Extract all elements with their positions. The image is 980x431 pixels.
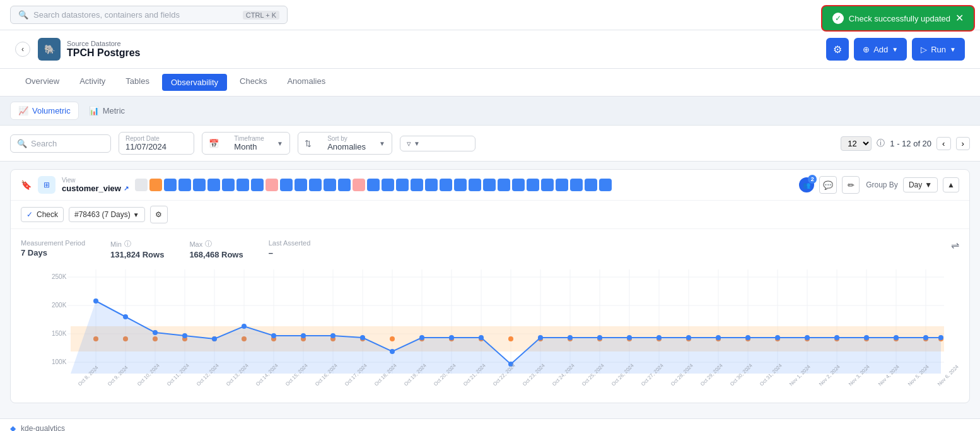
page-size-select[interactable]: 12 24 48 (841, 136, 872, 151)
search-placeholder: Search datastores, containers and fields (33, 10, 180, 20)
tab-anomalies[interactable]: Anomalies (277, 69, 335, 96)
svg-point-71 (153, 330, 158, 335)
ctrl-key: CTRL + K (243, 11, 279, 20)
check-id-caret-icon: ▼ (133, 211, 139, 218)
search-icon: 🔍 (18, 10, 28, 20)
view-label-text: View (62, 177, 129, 184)
search-input-wrap[interactable]: 🔍 Search (10, 134, 111, 153)
metric-icon: 📊 (89, 106, 99, 115)
avatar-badge: 👥 2 (799, 177, 814, 192)
last-asserted-stat: Last Asserted – (269, 239, 311, 259)
svg-point-80 (419, 335, 424, 340)
back-button[interactable]: ‹ (15, 42, 30, 57)
min-label: Min ⓘ (110, 239, 164, 249)
tab-observability[interactable]: Observability (162, 74, 227, 91)
edit-button[interactable]: ✏ (842, 176, 860, 194)
calendar-icon: 📅 (209, 139, 219, 148)
last-asserted-label: Last Asserted (269, 239, 311, 247)
chart-svg: 250K 200K 150K 100K (21, 269, 959, 396)
report-date-value: 11/07/2024 (125, 142, 187, 151)
settings-small-button[interactable]: ⚙ (150, 206, 168, 223)
timeline-dots (135, 179, 793, 191)
timeline-dot-25 (498, 179, 510, 191)
add-button[interactable]: ⊕ Add ▼ (854, 38, 907, 61)
collapse-button[interactable]: ▲ (943, 177, 959, 192)
prev-page-button[interactable]: ‹ (936, 137, 950, 150)
timeline-dot-9 (265, 179, 278, 191)
datasource-info: 🐘 Source Datastore TPCH Postgres (38, 38, 140, 61)
sort-filter[interactable]: ⇅ Sort by Anomalies ▼ (298, 132, 392, 155)
plus-icon: ⊕ (863, 45, 870, 54)
timeline-dot-32 (599, 179, 612, 191)
toast-close-button[interactable]: ✕ (955, 13, 964, 23)
svg-point-91 (745, 335, 750, 340)
postgres-icon: 🐘 (38, 38, 61, 61)
filters-bar: 🔍 Search Report Date 11/07/2024 📅 Timefr… (0, 126, 980, 162)
sliders-icon: ⇌ (951, 240, 959, 251)
timeline-dot-3 (178, 179, 191, 191)
svg-point-88 (656, 335, 662, 340)
tab-checks[interactable]: Checks (230, 69, 277, 96)
settings-button[interactable]: ⚙ (826, 38, 849, 61)
search-input-placeholder: Search (31, 139, 57, 148)
timeline-dot-21 (440, 179, 452, 191)
info-max-icon: ⓘ (205, 239, 212, 249)
main-content: 🔖 ⊞ View customer_view ↗ 👥 2 (0, 162, 980, 418)
svg-point-94 (834, 335, 839, 340)
check-selector[interactable]: ✓ Check (21, 207, 64, 222)
timeline-dot-13 (324, 179, 336, 191)
svg-point-81 (449, 335, 454, 340)
timeframe-caret-icon: ▼ (277, 140, 283, 147)
chart-stats: Measurement Period 7 Days Min ⓘ 131,824 … (21, 239, 959, 259)
timeline-dot-29 (556, 179, 568, 191)
svg-point-72 (182, 333, 187, 338)
external-link-icon[interactable]: ↗ (124, 185, 129, 192)
sort-value: Anomalies (327, 142, 366, 151)
sub-tab-volumetric[interactable]: 📈 Volumetric (10, 102, 79, 120)
search-bar[interactable]: 🔍 Search datastores, containers and fiel… (10, 6, 288, 24)
search-icon-filter: 🔍 (17, 139, 27, 148)
tab-overview[interactable]: Overview (15, 69, 69, 96)
advanced-filter[interactable]: ▿ ▼ (400, 136, 475, 151)
pagination-info: 12 24 48 ⓘ 1 - 12 of 20 ‹ › (841, 136, 970, 151)
run-label: Run (931, 45, 946, 54)
timeline-dot-16 (367, 179, 380, 191)
tab-activity[interactable]: Activity (69, 69, 115, 96)
timeline-dot-8 (251, 179, 264, 191)
min-stat: Min ⓘ 131,824 Rows (110, 239, 164, 259)
check-id-selector[interactable]: #78463 (7 Days) ▼ (69, 207, 145, 222)
toast-message: Check successfully updated (849, 14, 950, 23)
datasource-title: TPCH Postgres (67, 47, 140, 59)
view-info: View customer_view ↗ (62, 177, 129, 193)
tab-tables[interactable]: Tables (115, 69, 160, 96)
datasource-details: Source Datastore TPCH Postgres (67, 40, 140, 59)
pagination-text: 1 - 12 of 20 (890, 139, 931, 148)
message-button[interactable]: 💬 (819, 176, 837, 194)
sub-tab-metric[interactable]: 📊 Metric (81, 102, 132, 120)
header-actions: ⚙ ⊕ Add ▼ ▷ Run ▼ (826, 38, 965, 61)
report-date-filter[interactable]: Report Date 11/07/2024 (119, 132, 194, 155)
run-button[interactable]: ▷ Run ▼ (912, 38, 965, 61)
avatar-count: 2 (808, 175, 817, 184)
footer-logo-icon: ◆ (10, 424, 16, 431)
card-header: 🔖 ⊞ View customer_view ↗ 👥 2 (11, 170, 969, 201)
timeline-dot-24 (483, 179, 496, 191)
timeframe-filter[interactable]: 📅 Timeframe Month ▼ (202, 132, 290, 155)
chart-settings-button[interactable]: ⇌ (951, 239, 959, 259)
next-page-button[interactable]: › (956, 137, 970, 150)
message-icon: 💬 (823, 180, 833, 190)
svg-point-78 (360, 335, 365, 340)
sub-tabs: 📈 Volumetric 📊 Metric (0, 97, 980, 126)
view-name-text: customer_view ↗ (62, 184, 129, 193)
timeline-dot-11 (295, 179, 307, 191)
svg-point-69 (93, 298, 98, 304)
svg-point-85 (568, 335, 573, 340)
bookmark-icon[interactable]: 🔖 (21, 180, 32, 190)
timeline-dot-0 (135, 179, 148, 191)
add-label: Add (873, 45, 888, 54)
check-mark-icon: ✓ (26, 210, 33, 219)
timeline-dot-12 (309, 179, 322, 191)
group-by-area: Group By Day ▼ ▲ (866, 177, 959, 192)
group-by-select[interactable]: Day ▼ (903, 177, 938, 192)
svg-point-70 (123, 314, 128, 319)
